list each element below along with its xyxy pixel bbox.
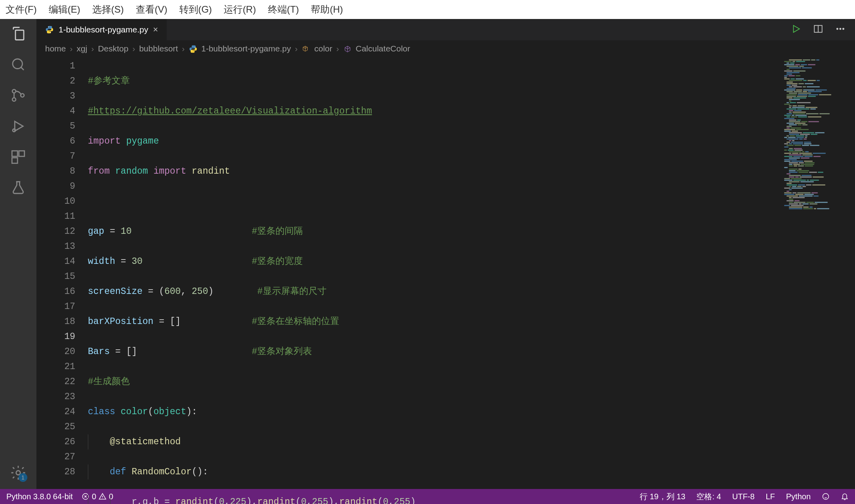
run-debug-icon[interactable] — [10, 118, 27, 135]
source-control-icon[interactable] — [10, 87, 27, 104]
svg-rect-7 — [12, 158, 17, 163]
editor[interactable]: 12345 678910 1112131415 1617181920 21222… — [36, 57, 855, 489]
svg-point-2 — [12, 98, 16, 101]
testing-icon[interactable] — [10, 180, 27, 196]
status-language[interactable]: Python — [786, 492, 811, 501]
line-number-gutter: 12345 678910 1112131415 1617181920 21222… — [36, 57, 88, 489]
menubar: 文件(F) 编辑(E) 选择(S) 查看(V) 转到(G) 运行(R) 终端(T… — [0, 0, 855, 19]
run-icon[interactable] — [791, 24, 801, 36]
svg-point-13 — [840, 28, 841, 29]
minimap[interactable] — [780, 57, 855, 489]
breadcrumb[interactable]: home› xgj› Desktop› bubblesort› 1-bubble… — [36, 40, 855, 57]
breadcrumb-segment[interactable]: home — [45, 44, 66, 53]
svg-point-4 — [13, 129, 15, 132]
svg-point-0 — [13, 59, 23, 69]
breadcrumb-segment[interactable]: CalculateColor — [356, 44, 410, 53]
search-icon[interactable] — [10, 56, 27, 73]
menu-help[interactable]: 帮助(H) — [308, 2, 345, 17]
settings-badge: 1 — [19, 473, 27, 482]
svg-point-9 — [48, 27, 49, 27]
status-feedback-icon[interactable] — [822, 493, 830, 500]
svg-rect-6 — [19, 151, 25, 156]
menu-select[interactable]: 选择(S) — [90, 2, 126, 17]
explorer-icon[interactable] — [10, 25, 27, 42]
svg-point-1 — [12, 89, 16, 93]
menu-edit[interactable]: 编辑(E) — [46, 2, 83, 17]
extensions-icon[interactable] — [10, 149, 27, 165]
breadcrumb-segment[interactable]: xgj — [77, 44, 87, 53]
tab-close-icon[interactable]: × — [153, 25, 158, 35]
svg-rect-5 — [12, 151, 17, 156]
status-python-version[interactable]: Python 3.8.0 64-bit — [6, 492, 73, 501]
code-content[interactable]: #参考文章 #https://github.com/zetaleee/Visua… — [88, 57, 780, 489]
settings-gear-icon[interactable]: 1 — [10, 464, 27, 481]
svg-point-14 — [843, 28, 844, 29]
breadcrumb-segment[interactable]: bubblesort — [139, 44, 178, 53]
menu-view[interactable]: 查看(V) — [133, 2, 170, 17]
menu-goto[interactable]: 转到(G) — [177, 2, 215, 17]
breadcrumb-segment[interactable]: 1-bubblesort-pygame.py — [201, 44, 291, 53]
menu-terminal[interactable]: 终端(T) — [266, 2, 302, 17]
tabbar: 1-bubblesort-pygame.py × — [36, 19, 855, 40]
symbol-method-icon — [343, 44, 352, 53]
python-file-icon — [45, 25, 54, 34]
symbol-class-icon — [302, 44, 310, 53]
activitybar: 1 — [0, 19, 36, 489]
split-editor-icon[interactable] — [813, 24, 823, 36]
svg-point-16 — [823, 494, 829, 500]
python-file-icon — [189, 44, 198, 53]
tab-filename: 1-bubblesort-pygame.py — [59, 25, 148, 34]
svg-point-10 — [50, 32, 51, 33]
breadcrumb-segment[interactable]: color — [314, 44, 332, 53]
breadcrumb-segment[interactable]: Desktop — [98, 44, 128, 53]
menu-run[interactable]: 运行(R) — [221, 2, 258, 17]
status-bell-icon[interactable] — [841, 493, 849, 500]
more-actions-icon[interactable] — [835, 24, 846, 36]
menu-file[interactable]: 文件(F) — [3, 2, 39, 17]
svg-point-12 — [837, 28, 838, 29]
tab-file[interactable]: 1-bubblesort-pygame.py × — [36, 19, 167, 40]
